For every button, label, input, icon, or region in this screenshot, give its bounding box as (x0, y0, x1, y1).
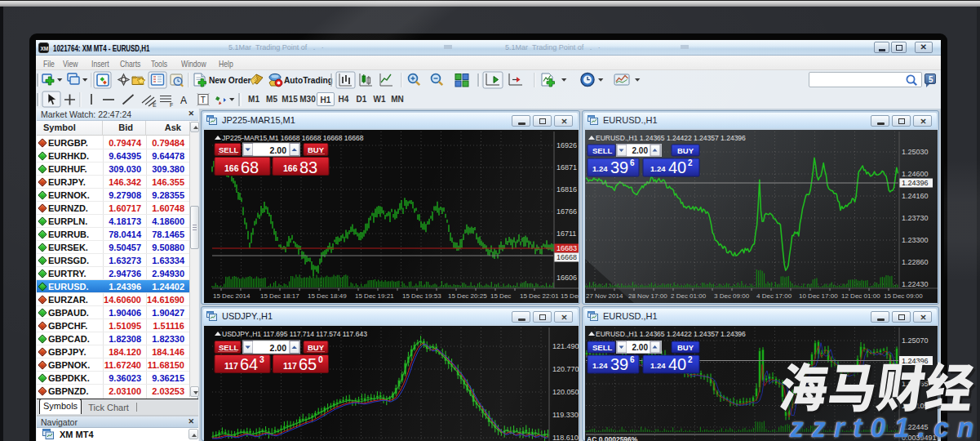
svg-text:1.24: 1.24 (650, 164, 666, 173)
svg-text:SELL: SELL (592, 146, 612, 155)
svg-text:3 Dec 09:00: 3 Dec 09:00 (714, 292, 750, 300)
svg-text:3: 3 (259, 354, 264, 364)
svg-text:1.23730: 1.23730 (902, 214, 929, 222)
svg-text:117: 117 (283, 361, 297, 371)
svg-text:1.24: 1.24 (592, 361, 608, 370)
svg-text:6: 6 (630, 158, 635, 167)
svg-text:16683: 16683 (557, 244, 577, 252)
svg-text:15 Dec 18:17: 15 Dec 18:17 (260, 292, 299, 300)
svg-text:2.00: 2.00 (632, 146, 649, 155)
svg-text:1.25030: 1.25030 (902, 148, 929, 156)
svg-text:119.330: 119.330 (552, 411, 579, 419)
svg-text:1.24396: 1.24396 (902, 179, 929, 187)
svg-text:120.050: 120.050 (552, 388, 579, 396)
svg-text:16926: 16926 (557, 141, 577, 149)
svg-text:15 Dec: 15 Dec (490, 292, 511, 300)
svg-text:2.00: 2.00 (270, 145, 287, 155)
svg-text:T: T (201, 96, 206, 105)
svg-text:BUY: BUY (677, 343, 694, 352)
svg-text:EURUSD.,H1 1.24365 1.24422 1.: EURUSD.,H1 1.24365 1.24422 1.24357 1.243… (596, 330, 746, 338)
svg-text:15 Dec 22:01: 15 Dec 22:01 (520, 292, 559, 300)
svg-text:2: 2 (688, 158, 693, 167)
svg-text:1.23300: 1.23300 (902, 236, 929, 244)
svg-text:USDJPY.,H1 117.695 117.714 11: USDJPY.,H1 117.695 117.714 117.574 117.6… (222, 330, 367, 338)
svg-text:16766: 16766 (557, 207, 577, 216)
svg-text:JP225-MAR15,M1 16668 16668 16: JP225-MAR15,M1 16668 16668 16668 16668 (222, 134, 364, 142)
svg-text:6: 6 (630, 355, 635, 364)
svg-text:F: F (170, 102, 173, 108)
svg-text:166: 166 (224, 163, 239, 173)
svg-text:15 Dec 22:33: 15 Dec 22:33 (561, 292, 579, 300)
svg-text:15 Dec 09:00: 15 Dec 09:00 (884, 292, 923, 300)
svg-text:0: 0 (318, 354, 323, 364)
svg-text:2 Dec 01:00: 2 Dec 01:00 (671, 292, 707, 300)
svg-text:16816: 16816 (557, 185, 577, 194)
svg-text:16668: 16668 (557, 253, 577, 261)
svg-text:4 Dec 17:00: 4 Dec 17:00 (756, 292, 792, 300)
svg-text:2: 2 (688, 355, 693, 364)
svg-text:2.00: 2.00 (632, 343, 649, 352)
svg-text:SELL: SELL (219, 145, 238, 154)
svg-text:2.00: 2.00 (270, 343, 287, 353)
svg-text:118.610: 118.610 (552, 434, 579, 441)
svg-text:15 Dec 19:53: 15 Dec 19:53 (402, 292, 441, 300)
svg-text:1.24160: 1.24160 (902, 192, 929, 200)
svg-text:AutoTrading: AutoTrading (284, 76, 333, 85)
svg-text:SELL: SELL (219, 343, 238, 352)
svg-text:27 Nov 2014: 27 Nov 2014 (586, 292, 623, 300)
svg-text:1.22430: 1.22430 (902, 280, 929, 288)
svg-text:83: 83 (299, 158, 317, 176)
svg-text:New Order: New Order (209, 76, 251, 85)
svg-text:65: 65 (299, 355, 317, 373)
svg-text:15 Dec 19:21: 15 Dec 19:21 (355, 292, 394, 300)
svg-text:120.770: 120.770 (552, 365, 579, 373)
svg-text:40: 40 (668, 158, 686, 176)
svg-text:15 Dec 18:49: 15 Dec 18:49 (308, 292, 347, 300)
svg-text:BUY: BUY (308, 145, 325, 154)
svg-text:16606: 16606 (557, 274, 577, 282)
svg-text:39: 39 (610, 355, 628, 373)
svg-text:15 Dec 20:25: 15 Dec 20:25 (448, 292, 487, 300)
svg-text:BUY: BUY (308, 343, 325, 352)
svg-text:1.24600: 1.24600 (902, 170, 929, 178)
svg-text:68: 68 (241, 158, 259, 176)
svg-text:SELL: SELL (592, 343, 612, 352)
svg-text:12 Dec 01:00: 12 Dec 01:00 (841, 292, 880, 300)
svg-text:28 Nov 17:00: 28 Nov 17:00 (628, 292, 667, 300)
svg-text:BUY: BUY (677, 146, 694, 155)
svg-text:16871: 16871 (557, 163, 577, 172)
svg-text:15 Dec 2014: 15 Dec 2014 (213, 292, 251, 300)
svg-text:EURUSD.,H1 1.24365 1.24422 1.: EURUSD.,H1 1.24365 1.24422 1.24357 1.243… (596, 134, 746, 142)
svg-text:AC 0.0002596%: AC 0.0002596% (587, 435, 638, 441)
svg-text:1.25070: 1.25070 (902, 336, 929, 345)
svg-text:40: 40 (668, 355, 686, 373)
svg-text:1.22860: 1.22860 (902, 258, 929, 266)
svg-text:117: 117 (224, 361, 238, 371)
svg-text:10 Dec 17:00: 10 Dec 17:00 (799, 292, 838, 300)
svg-text:166: 166 (283, 163, 298, 173)
svg-text:16711: 16711 (557, 229, 576, 238)
svg-text:39: 39 (610, 158, 628, 176)
svg-text:1.24: 1.24 (592, 164, 608, 173)
svg-text:A: A (180, 95, 187, 106)
svg-text:E: E (153, 102, 157, 108)
svg-text:1.24: 1.24 (650, 361, 666, 370)
svg-text:121.490: 121.490 (552, 342, 579, 350)
svg-text:64: 64 (240, 355, 258, 373)
